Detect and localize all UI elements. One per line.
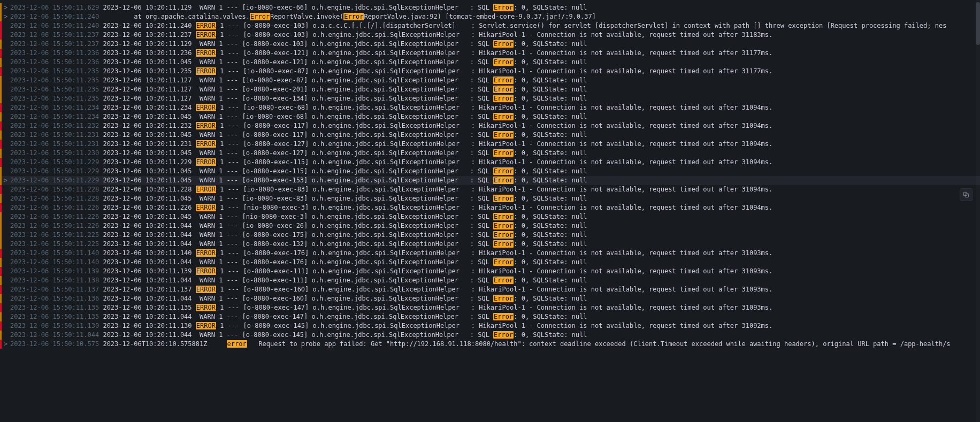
copy-icon [962, 191, 970, 198]
match-highlight: Error [493, 4, 514, 11]
log-row[interactable]: 2023-12-06 15:50:11.138 2023-12-06 10:20… [0, 276, 980, 285]
match-highlight: ERROR [196, 22, 216, 29]
expand-caret-icon [4, 258, 10, 267]
log-row[interactable]: 2023-12-06 15:50:11.237 2023-12-06 10:20… [0, 40, 980, 49]
expand-caret-icon[interactable]: > [4, 176, 10, 185]
log-row[interactable]: >2023-12-06 15:50:11.229 2023-12-06 10:2… [0, 176, 980, 185]
log-timestamp: 2023-12-06 15:50:11.235 [10, 85, 99, 94]
match-highlight: Error [493, 76, 514, 84]
log-row[interactable]: 2023-12-06 15:50:11.230 2023-12-06 10:20… [0, 149, 980, 158]
log-row[interactable]: 2023-12-06 15:50:11.225 2023-12-06 10:20… [0, 240, 980, 249]
match-highlight: ERROR [196, 304, 216, 311]
expand-caret-icon [4, 21, 10, 30]
log-row[interactable]: 2023-12-06 15:50:11.044 2023-12-06 10:20… [0, 331, 980, 340]
match-highlight: ERROR [196, 322, 216, 329]
log-row[interactable]: 2023-12-06 15:50:11.234 2023-12-06 10:20… [0, 103, 980, 112]
match-highlight: Error [493, 95, 514, 102]
expand-caret-icon[interactable]: > [4, 340, 10, 349]
log-row[interactable]: 2023-12-06 15:50:11.235 2023-12-06 10:20… [0, 67, 980, 76]
log-row[interactable]: 2023-12-06 15:50:11.235 2023-12-06 10:20… [0, 94, 980, 103]
expand-caret-icon [4, 185, 10, 194]
match-highlight: ERROR [196, 49, 216, 57]
match-highlight: error [227, 340, 247, 348]
log-row[interactable]: 2023-12-06 15:50:11.228 2023-12-06 10:20… [0, 185, 980, 194]
log-timestamp: 2023-12-06 15:50:11.237 [10, 40, 99, 49]
log-timestamp: 2023-12-06 15:50:11.230 [10, 149, 99, 158]
log-timestamp: 2023-12-06 15:50:11.137 [10, 285, 99, 294]
expand-caret-icon[interactable]: > [4, 3, 10, 12]
expand-caret-icon [4, 240, 10, 249]
log-row[interactable]: 2023-12-06 15:50:11.140 2023-12-06 10:20… [0, 249, 980, 258]
log-row[interactable]: 2023-12-06 15:50:11.135 2023-12-06 10:20… [0, 312, 980, 321]
log-timestamp: 2023-12-06 15:50:11.235 [10, 67, 99, 76]
log-row[interactable]: 2023-12-06 15:50:11.236 2023-12-06 10:20… [0, 58, 980, 67]
log-row[interactable]: 2023-12-06 15:50:11.240 2023-12-06 10:20… [0, 21, 980, 30]
expand-caret-icon[interactable]: > [4, 12, 10, 21]
log-timestamp: 2023-12-06 15:50:11.231 [10, 131, 99, 140]
log-body: 2023-12-06 10:20:11.234 ERROR 1 --- [io-… [103, 103, 980, 112]
log-body: 2023-12-06 10:20:11.045 WARN 1 --- [io-8… [103, 194, 980, 203]
log-row[interactable]: 2023-12-06 15:50:11.235 2023-12-06 10:20… [0, 76, 980, 85]
log-row[interactable]: 2023-12-06 15:50:11.229 2023-12-06 10:20… [0, 158, 980, 167]
log-row[interactable]: 2023-12-06 15:50:11.234 2023-12-06 10:20… [0, 112, 980, 121]
log-body: 2023-12-06 10:20:11.127 WARN 1 --- [o-80… [103, 85, 980, 94]
log-body: 2023-12-06 10:20:11.044 WARN 1 --- [o-80… [103, 231, 980, 240]
log-row[interactable]: 2023-12-06 15:50:11.231 2023-12-06 10:20… [0, 140, 980, 149]
copy-button[interactable] [960, 188, 973, 201]
log-row[interactable]: 2023-12-06 15:50:11.135 2023-12-06 10:20… [0, 303, 980, 312]
log-row[interactable]: 2023-12-06 15:50:11.226 2023-12-06 10:20… [0, 221, 980, 231]
vertical-scrollbar[interactable] [976, 0, 980, 349]
log-timestamp: 2023-12-06 15:50:11.229 [10, 167, 99, 176]
expand-caret-icon [4, 158, 10, 167]
match-highlight: ERROR [196, 249, 216, 257]
match-highlight: Error [493, 331, 514, 339]
expand-caret-icon [4, 267, 10, 276]
log-row[interactable]: >2023-12-06 15:50:11.629 2023-12-06 10:2… [0, 3, 980, 12]
log-row[interactable]: 2023-12-06 15:50:11.231 2023-12-06 10:20… [0, 131, 980, 140]
log-row[interactable]: 2023-12-06 15:50:11.140 2023-12-06 10:20… [0, 258, 980, 267]
log-body: 2023-12-06 10:20:11.240 ERROR 1 --- [o-8… [103, 21, 980, 30]
match-highlight: ERROR [196, 204, 216, 211]
match-highlight: ERROR [196, 104, 216, 111]
log-row[interactable]: 2023-12-06 15:50:11.225 2023-12-06 10:20… [0, 231, 980, 240]
match-highlight: ERROR [196, 267, 216, 275]
log-body: 2023-12-06 10:20:11.235 ERROR 1 --- [io-… [103, 67, 980, 76]
expand-caret-icon [4, 249, 10, 258]
log-timestamp: 2023-12-06 15:50:11.231 [10, 140, 99, 149]
log-list[interactable]: >2023-12-06 15:50:11.629 2023-12-06 10:2… [0, 3, 980, 349]
log-row[interactable]: 2023-12-06 15:50:11.137 2023-12-06 10:20… [0, 285, 980, 294]
log-row[interactable]: >2023-12-06 15:50:10.575 2023-12-06T10:2… [0, 340, 980, 349]
log-body: 2023-12-06 10:20:11.127 WARN 1 --- [o-80… [103, 94, 980, 103]
log-body: 2023-12-06 10:20:11.228 ERROR 1 --- [io-… [103, 185, 980, 194]
log-row[interactable]: 2023-12-06 15:50:11.235 2023-12-06 10:20… [0, 85, 980, 94]
scrollbar-thumb[interactable] [976, 2, 980, 45]
match-highlight: Error [493, 40, 514, 48]
log-timestamp: 2023-12-06 15:50:11.225 [10, 231, 99, 240]
log-body: 2023-12-06 10:20:11.226 ERROR 1 --- [nio… [103, 203, 980, 212]
log-timestamp: 2023-12-06 15:50:11.232 [10, 121, 99, 131]
match-highlight: Error [493, 222, 514, 229]
match-highlight: Error [493, 277, 514, 284]
log-body: 2023-12-06 10:20:11.140 ERROR 1 --- [o-8… [103, 249, 980, 258]
log-timestamp: 2023-12-06 15:50:11.240 [10, 21, 99, 30]
log-row[interactable]: 2023-12-06 15:50:11.229 2023-12-06 10:20… [0, 167, 980, 176]
log-row[interactable]: 2023-12-06 15:50:11.139 2023-12-06 10:20… [0, 267, 980, 276]
match-highlight: Error [493, 149, 514, 157]
match-highlight: ERROR [196, 140, 216, 148]
match-highlight: Error [493, 167, 514, 175]
log-row[interactable]: 2023-12-06 15:50:11.237 2023-12-06 10:20… [0, 30, 980, 40]
log-row[interactable]: 2023-12-06 15:50:11.236 2023-12-06 10:20… [0, 49, 980, 58]
expand-caret-icon [4, 76, 10, 85]
match-highlight: ERROR [196, 67, 216, 75]
log-row[interactable]: 2023-12-06 15:50:11.232 2023-12-06 10:20… [0, 121, 980, 131]
match-highlight: ERROR [196, 122, 216, 129]
log-body: 2023-12-06 10:20:11.135 ERROR 1 --- [o-8… [103, 303, 980, 312]
log-row[interactable]: 2023-12-06 15:50:11.136 2023-12-06 10:20… [0, 294, 980, 303]
log-row[interactable]: 2023-12-06 15:50:11.226 2023-12-06 10:20… [0, 203, 980, 212]
log-row[interactable]: 2023-12-06 15:50:11.228 2023-12-06 10:20… [0, 194, 980, 203]
log-row[interactable]: 2023-12-06 15:50:11.130 2023-12-06 10:20… [0, 321, 980, 331]
log-timestamp: 2023-12-06 15:50:11.135 [10, 303, 99, 312]
log-row[interactable]: >2023-12-06 15:50:11.240 at org.apache.c… [0, 12, 980, 21]
log-row[interactable]: 2023-12-06 15:50:11.226 2023-12-06 10:20… [0, 212, 980, 221]
log-timestamp: 2023-12-06 15:50:11.226 [10, 212, 99, 221]
